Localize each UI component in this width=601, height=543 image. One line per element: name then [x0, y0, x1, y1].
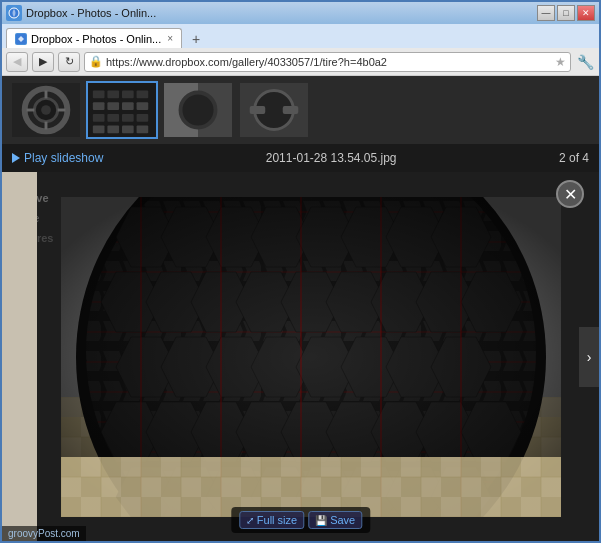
thumb-image-3 — [164, 83, 232, 137]
close-window-button[interactable]: ✕ — [577, 5, 595, 21]
svg-rect-14 — [137, 91, 149, 99]
watermark-text: groovyPost.com — [8, 528, 80, 539]
svg-rect-21 — [122, 114, 134, 122]
svg-rect-13 — [122, 91, 134, 99]
svg-rect-22 — [137, 114, 149, 122]
full-size-label: Full size — [257, 514, 297, 526]
position-display: 2 of 4 — [559, 151, 589, 165]
play-label: Play slideshow — [24, 151, 103, 165]
svg-rect-18 — [137, 102, 149, 110]
svg-rect-24 — [107, 126, 119, 134]
bottom-controls: ⤢ Full size 💾 Save — [231, 507, 370, 533]
svg-rect-20 — [107, 114, 119, 122]
svg-rect-33 — [283, 106, 299, 114]
save-button[interactable]: 💾 Save — [308, 511, 362, 529]
svg-point-29 — [181, 93, 216, 128]
position-of: of 4 — [569, 151, 589, 165]
svg-rect-19 — [93, 114, 105, 122]
address-bar[interactable]: 🔒 https://www.dropbox.com/gallery/403305… — [84, 52, 571, 72]
next-icon: › — [587, 349, 592, 365]
thumbnail-1[interactable] — [10, 81, 82, 139]
tire-image — [61, 197, 561, 517]
forward-button[interactable]: ▶ — [32, 52, 54, 72]
maximize-button[interactable]: □ — [557, 5, 575, 21]
position-number: 2 — [559, 151, 566, 165]
window-title: Dropbox - Photos - Onlin... — [26, 7, 537, 19]
save-icon: 💾 — [315, 515, 327, 526]
svg-rect-26 — [137, 126, 149, 134]
main-content: Play slideshow 2011-01-28 13.54.05.jpg 2… — [2, 76, 599, 541]
tab-favicon — [15, 33, 27, 45]
thumb-image-1 — [12, 83, 80, 137]
back-button[interactable]: ◀ — [6, 52, 28, 72]
svg-rect-12 — [107, 91, 119, 99]
expand-icon: ⤢ — [246, 515, 254, 526]
minimize-button[interactable]: — — [537, 5, 555, 21]
svg-rect-15 — [93, 102, 105, 110]
tab-bar: Dropbox - Photos - Onlin... × + — [2, 24, 599, 48]
active-tab[interactable]: Dropbox - Photos - Onlin... × — [6, 28, 182, 48]
new-tab-button[interactable]: + — [186, 30, 206, 48]
thumb-image-2 — [88, 83, 156, 137]
thumb-image-4 — [240, 83, 308, 137]
tire-image-container — [32, 172, 589, 541]
browser-icon — [6, 5, 22, 21]
svg-rect-16 — [107, 102, 119, 110]
close-button[interactable]: ✕ — [556, 180, 584, 208]
thumbnail-2[interactable] — [86, 81, 158, 139]
thumbnail-4[interactable] — [238, 81, 310, 139]
wrench-icon[interactable]: 🔧 — [575, 52, 595, 72]
refresh-button[interactable]: ↻ — [58, 52, 80, 72]
svg-rect-32 — [250, 106, 266, 114]
watermark: groovyPost.com — [2, 526, 86, 541]
navigation-bar: ◀ ▶ ↻ 🔒 https://www.dropbox.com/gallery/… — [2, 48, 599, 76]
filename-display: 2011-01-28 13.54.05.jpg — [103, 151, 559, 165]
window-controls: — □ ✕ — [537, 5, 595, 21]
thumbnail-3[interactable] — [162, 81, 234, 139]
close-icon: ✕ — [564, 185, 577, 204]
thumbnail-strip — [2, 76, 599, 144]
image-viewer: Groove De Share this g Pictures in — [2, 172, 599, 541]
photo-toolbar: Play slideshow 2011-01-28 13.54.05.jpg 2… — [2, 144, 599, 172]
svg-point-5 — [41, 105, 51, 115]
svg-rect-25 — [122, 126, 134, 134]
tab-close-button[interactable]: × — [167, 33, 173, 44]
svg-rect-11 — [93, 91, 105, 99]
lock-icon: 🔒 — [89, 55, 103, 68]
title-bar: Dropbox - Photos - Onlin... — □ ✕ — [2, 2, 599, 24]
full-size-button[interactable]: ⤢ Full size — [239, 511, 304, 529]
filename-text: 2011-01-28 13.54.05.jpg — [266, 151, 397, 165]
svg-rect-23 — [93, 126, 105, 134]
tab-label: Dropbox - Photos - Onlin... — [31, 33, 161, 45]
play-icon — [12, 153, 20, 163]
next-arrow[interactable]: › — [579, 327, 599, 387]
save-label: Save — [330, 514, 355, 526]
star-icon[interactable]: ★ — [555, 55, 566, 69]
browser-window: Dropbox - Photos - Onlin... — □ ✕ Dropbo… — [0, 0, 601, 543]
address-text: https://www.dropbox.com/gallery/4033057/… — [106, 56, 552, 68]
svg-rect-17 — [122, 102, 134, 110]
play-slideshow-button[interactable]: Play slideshow — [12, 151, 103, 165]
